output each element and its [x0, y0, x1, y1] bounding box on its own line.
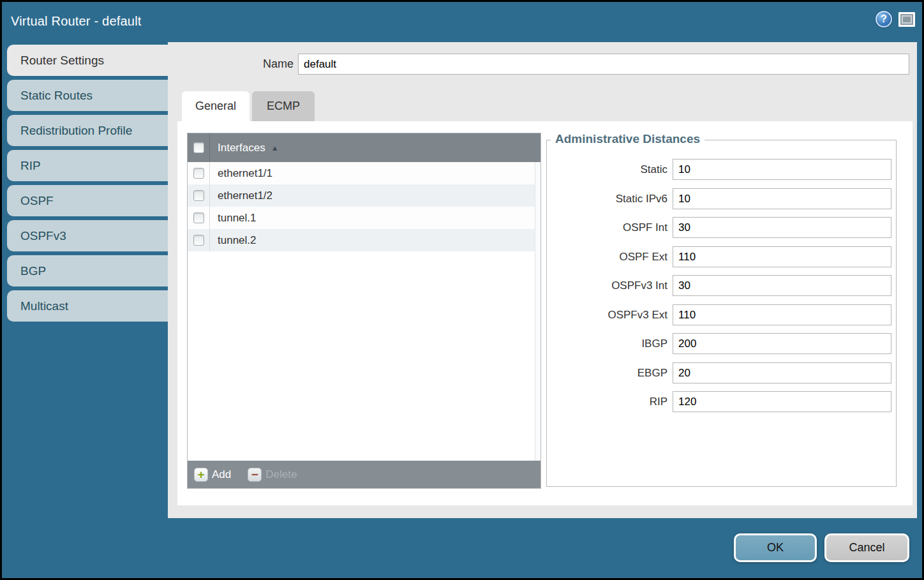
- row-checkbox-cell: [188, 184, 210, 207]
- administrative-distances-legend: Administrative Distances: [551, 132, 704, 146]
- ospf-int-input[interactable]: [673, 217, 891, 238]
- content-area: Name General ECMP Interfaces ▲: [168, 42, 917, 518]
- sidebar-item-static-routes[interactable]: Static Routes: [7, 80, 170, 111]
- interface-name: tunnel.1: [210, 212, 257, 225]
- row-checkbox[interactable]: [193, 190, 204, 201]
- sort-asc-icon: ▲: [271, 144, 279, 152]
- row-checkbox-cell: [188, 229, 210, 251]
- field-label: OSPF Ext: [547, 246, 667, 267]
- cancel-button[interactable]: Cancel: [824, 533, 909, 562]
- row-checkbox[interactable]: [193, 235, 204, 246]
- row-checkbox[interactable]: [193, 168, 204, 179]
- ebgp-input[interactable]: [673, 362, 891, 383]
- name-input[interactable]: [298, 54, 909, 75]
- delete-button[interactable]: Delete: [265, 468, 297, 481]
- table-footer: + Add − Delete: [188, 461, 540, 488]
- interface-row[interactable]: tunnel.1: [188, 207, 535, 229]
- name-label: Name: [168, 54, 294, 75]
- row-checkbox[interactable]: [193, 212, 204, 223]
- administrative-distances-fieldset: Administrative Distances Static Static I…: [546, 140, 897, 487]
- virtual-router-dialog: Virtual Router - default ? Router Settin…: [2, 2, 922, 578]
- field-label: Static: [547, 159, 667, 180]
- sidebar-item-redistribution-profile[interactable]: Redistribution Profile: [7, 115, 170, 146]
- ospfv3-int-input[interactable]: [673, 275, 891, 296]
- sidebar-item-ospfv3[interactable]: OSPFv3: [7, 220, 170, 251]
- row-checkbox-cell: [188, 207, 210, 229]
- table-scrollbar[interactable]: [535, 162, 540, 461]
- ibgp-input[interactable]: [673, 333, 891, 354]
- interfaces-column-header[interactable]: Interfaces ▲: [188, 133, 540, 162]
- field-label: OSPF Int: [547, 217, 667, 238]
- interface-row[interactable]: ethernet1/1: [188, 162, 535, 184]
- sidebar-item-ospf[interactable]: OSPF: [7, 185, 170, 216]
- field-label: RIP: [547, 391, 667, 412]
- delete-icon[interactable]: −: [248, 468, 262, 482]
- sidebar-item-bgp[interactable]: BGP: [7, 255, 170, 286]
- field-label: OSPFv3 Int: [547, 275, 667, 296]
- sidebar-item-multicast[interactable]: Multicast: [7, 290, 170, 322]
- tab-ecmp[interactable]: ECMP: [252, 91, 315, 121]
- interface-name: ethernet1/2: [210, 190, 272, 202]
- help-icon[interactable]: ?: [876, 11, 892, 27]
- general-tab-panel: Interfaces ▲ ethernet1/1 etherne: [177, 121, 913, 505]
- popout-icon[interactable]: [898, 12, 915, 27]
- field-label: IBGP: [547, 333, 667, 354]
- field-label: OSPFv3 Ext: [547, 304, 667, 325]
- interface-name: ethernet1/1: [210, 167, 272, 180]
- ospf-ext-input[interactable]: [673, 246, 891, 267]
- field-label: EBGP: [547, 362, 667, 383]
- title-bar: Virtual Router - default ?: [2, 2, 922, 42]
- header-checkbox-cell: [188, 133, 210, 162]
- interfaces-header-label: Interfaces: [210, 142, 265, 154]
- interfaces-rows: ethernet1/1 ethernet1/2 tunnel.1: [188, 162, 535, 251]
- sidebar-item-rip[interactable]: RIP: [7, 150, 170, 181]
- static-input[interactable]: [673, 159, 891, 180]
- interfaces-table: Interfaces ▲ ethernet1/1 etherne: [187, 133, 541, 489]
- static-ipv6-input[interactable]: [673, 188, 891, 209]
- field-label: Static IPv6: [547, 188, 667, 209]
- select-all-checkbox[interactable]: [193, 142, 204, 153]
- sidebar-item-router-settings[interactable]: Router Settings: [7, 45, 170, 76]
- dialog-title: Virtual Router - default: [11, 14, 142, 29]
- ospfv3-ext-input[interactable]: [673, 304, 891, 325]
- tab-general[interactable]: General: [182, 91, 250, 121]
- rip-input[interactable]: [673, 391, 891, 412]
- add-icon[interactable]: +: [194, 468, 208, 482]
- interface-row[interactable]: tunnel.2: [188, 229, 535, 251]
- interface-name: tunnel.2: [210, 234, 257, 247]
- row-checkbox-cell: [188, 162, 210, 184]
- popout-icon-inner: [902, 15, 912, 24]
- add-button[interactable]: Add: [212, 468, 231, 481]
- ok-button[interactable]: OK: [734, 533, 817, 562]
- interface-row[interactable]: ethernet1/2: [188, 184, 535, 207]
